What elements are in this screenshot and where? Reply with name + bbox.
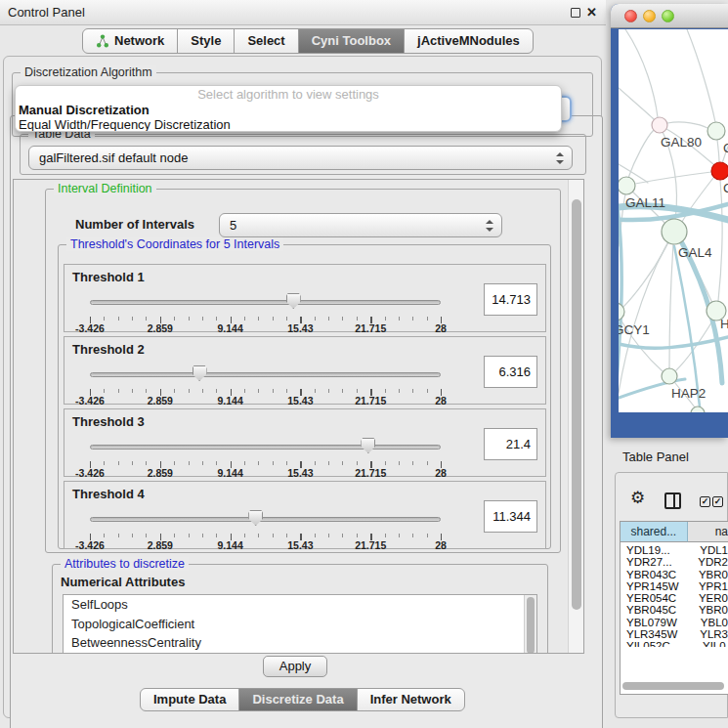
network-edge[interactable] [622,242,668,308]
float-window-icon[interactable] [571,8,580,18]
tick-label: 21.715 [355,322,386,334]
table-row[interactable]: YER054C YER0 [621,592,728,604]
table-row[interactable]: YPR145W YPR1 [621,580,728,592]
zoom-traffic-light[interactable] [662,10,674,22]
network-node[interactable] [662,219,687,244]
tab-cyni-toolbox[interactable]: Cyni Toolbox [298,28,405,54]
tab-discretize-data[interactable]: Discretize Data [238,688,357,711]
attributes-group: Attributes to discretize Numerical Attri… [52,564,548,654]
tick-label: -3.426 [75,322,105,334]
threshold-1-value-field[interactable]: 14.713 [484,283,537,316]
threshold-4-value-field[interactable]: 11.344 [484,500,537,533]
table-row[interactable]: YDL19... YDL1 [621,544,728,556]
threshold-2-slider[interactable]: -3.4262.8599.14415.4321.71528 [90,363,442,404]
tab-select[interactable]: Select [234,28,298,54]
node-label: HAP2 [671,386,706,401]
network-edge[interactable] [669,244,673,368]
threshold-1-slider[interactable]: -3.4262.8599.14415.4321.71528 [90,290,442,331]
tab-jactivemnodules[interactable]: jActiveMNodules [404,28,534,54]
network-edge[interactable] [628,130,654,178]
table-row[interactable]: YDR27... YDR2 [621,556,728,568]
network-edge[interactable] [717,140,719,162]
network-node[interactable] [619,303,624,321]
control-panel-tabs: Network Style Select Cyni Toolbox jActiv… [82,28,534,54]
group-title: Interval Definition [54,182,156,195]
attribute-list-item[interactable]: TopologicalCoefficient [64,615,536,634]
network-view-window[interactable]: GAL80GACGAL11GAL4GCY1HHAP2 [611,4,728,438]
threshold-label: Threshold 3 [72,414,145,429]
network-node[interactable] [691,407,705,412]
threshold-4-slider[interactable]: -3.4262.8599.14415.4321.71528 [90,507,442,548]
table-row[interactable]: YBR045C YBR0 [621,604,728,616]
group-title: Discretization Algorithm [21,65,156,79]
network-node[interactable] [619,177,635,194]
slider-thumb[interactable] [193,365,207,381]
table-horizontal-scrollbar[interactable] [622,682,724,690]
cyni-mode-tabs: Impute Data Discretize Data Infer Networ… [140,688,465,711]
network-node[interactable] [711,162,728,180]
settings-scrollbar[interactable] [568,180,583,653]
list-scrollbar[interactable] [524,595,536,654]
slider-thumb[interactable] [361,438,375,453]
column-header-shared-name[interactable]: shared... [621,522,688,542]
tab-infer-network[interactable]: Infer Network [357,688,465,711]
tab-impute-data[interactable]: Impute Data [140,688,239,711]
network-node[interactable] [662,368,677,384]
tick-label: 2.859 [148,395,173,407]
threshold-3-block: Threshold 3 -3.4262.8599.14415.4321.7152… [64,408,546,477]
slider-track[interactable] [90,445,441,450]
network-edge[interactable] [667,122,707,128]
slider-track[interactable] [90,372,441,377]
table-row[interactable]: YBR043C YBR0 [621,569,728,580]
threshold-3-value-field[interactable]: 21.4 [484,428,537,460]
table-panel-title: Table Panel [622,450,689,464]
tick-label: 9.144 [217,395,242,407]
column-header-name[interactable]: na [688,522,728,542]
column-layout-icon[interactable] [664,492,681,509]
attribute-list-item[interactable]: BetweennessCentrality [64,633,536,653]
network-edge[interactable] [625,29,658,117]
threshold-2-value-field[interactable]: 6.316 [484,356,537,388]
threshold-3-slider[interactable]: -3.4262.8599.14415.4321.71528 [90,435,442,476]
slider-track[interactable] [90,517,441,522]
network-canvas[interactable]: GAL80GACGAL11GAL4GCY1HHAP2 [619,29,728,412]
table-body: YDL19... YDL1 YDR27... YDR2 YBR043C YBR0… [621,542,728,647]
table-row[interactable]: YBL079W YBL0 [621,617,728,628]
slider-thumb[interactable] [286,293,301,309]
network-node[interactable] [707,122,725,140]
network-node[interactable] [652,117,667,133]
network-edge[interactable] [619,337,728,348]
tick-label: 9.144 [217,322,242,334]
tab-network-label: Network [114,29,164,53]
network-edge[interactable] [718,180,722,301]
network-edge[interactable] [687,29,715,122]
tab-network[interactable]: Network [82,28,178,54]
tab-style[interactable]: Style [177,28,235,54]
slider-thumb[interactable] [248,510,263,526]
table-data-select[interactable]: galFiltered.sif default node [28,146,573,170]
slider-track[interactable] [90,300,441,305]
close-traffic-light[interactable] [624,10,637,22]
attribute-list-item[interactable]: SelfLoops [64,595,536,615]
checkbox-icon[interactable]: ✓ [700,496,710,507]
apply-button[interactable]: Apply [263,656,327,677]
option-manual-discretization[interactable]: Manual Discretization [16,103,561,117]
checkbox-icon[interactable]: ✓ [712,496,723,507]
node-label: GAL11 [625,195,665,210]
network-edge[interactable] [619,243,667,393]
tick-label: 28 [435,539,447,551]
panel-title: Control Panel [8,0,85,25]
table-row[interactable]: YIL052C YIL0 [621,640,728,647]
network-graph[interactable]: GAL80GACGAL11GAL4GCY1HHAP2 [619,29,728,412]
minimize-traffic-light[interactable] [643,10,656,22]
network-edge[interactable] [619,88,654,119]
table-row[interactable]: YLR345W YLR3 [621,628,728,640]
numerical-attributes-list[interactable]: SelfLoopsTopologicalCoefficientBetweenne… [63,594,537,654]
option-equal-width-frequency[interactable]: Equal Width/Frequency Discretization [16,117,561,132]
dropdown-prompt: Select algorithm to view settings [16,86,561,103]
threshold-coordinates-group: Threshold's Coordinates for 5 Intervals … [58,244,551,549]
gear-icon[interactable]: ⚙ [630,490,645,506]
close-icon[interactable]: ✕ [586,4,597,21]
numerical-attributes-label: Numerical Attributes [61,575,185,589]
number-of-intervals-select[interactable]: 5 [219,213,502,237]
